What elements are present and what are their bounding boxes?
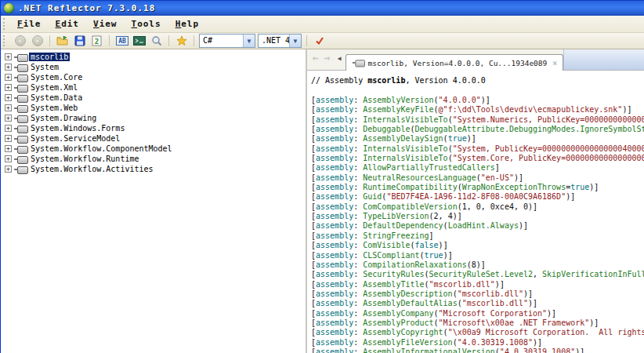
sidebar-item-system-workflow-componentmodel[interactable]: +System.Workflow.ComponentModel (1, 144, 306, 154)
code-identifier-link[interactable]: AssemblyInformationalVersion (363, 348, 495, 353)
framework-select[interactable]: .NET 4.0 ▼ (258, 34, 302, 48)
code-identifier-link[interactable]: Debuggable (363, 125, 410, 133)
analyzer-check-button[interactable] (312, 34, 327, 48)
code-line: [assembly: AssemblyInformationalVersion(… (311, 348, 644, 353)
ab-text-icon: AB (116, 36, 128, 45)
expander-plus-icon[interactable]: + (5, 125, 12, 132)
expander-plus-icon[interactable]: + (5, 64, 12, 71)
menu-item-view[interactable]: View (86, 17, 125, 31)
main-area: +mscorlib+System+System.Core+System.Xml+… (1, 49, 644, 353)
expander-plus-icon[interactable]: + (5, 84, 12, 91)
toolbar-grip-handle[interactable] (3, 35, 7, 46)
expander-plus-icon[interactable]: + (5, 166, 12, 173)
code-token: true (425, 251, 443, 260)
code-identifier-link[interactable]: DefaultDependency (363, 221, 443, 230)
expander-plus-icon[interactable]: + (5, 94, 12, 101)
menu-item-help[interactable]: Help (168, 17, 207, 31)
language-select[interactable]: C# ▼ (199, 34, 255, 48)
code-identifier-link[interactable]: AssemblyDelaySign (363, 134, 443, 143)
toolbar-separator (194, 35, 194, 46)
expander-plus-icon[interactable]: + (5, 135, 12, 142)
expander-plus-icon[interactable]: + (5, 74, 12, 81)
sidebar-item-system-xml[interactable]: +System.Xml (1, 82, 306, 93)
expander-plus-icon[interactable]: + (5, 145, 12, 152)
code-identifier-link[interactable]: RuntimeCompatibility (363, 183, 457, 191)
code-identifier-link[interactable]: InternalsVisibleTo (363, 154, 447, 162)
tab-scroll-left-icon[interactable]: ◀ (338, 55, 342, 62)
sidebar-item-system-windows-forms[interactable]: +System.Windows.Forms (1, 123, 306, 133)
code-identifier-link[interactable]: AssemblyCopyright (363, 328, 443, 337)
open-assembly-button[interactable] (55, 34, 70, 48)
code-identifier-link[interactable]: AssemblyVersion (363, 96, 433, 104)
sidebar-item-system-data[interactable]: +System.Data (1, 93, 306, 103)
sidebar-item-mscorlib[interactable]: +mscorlib (1, 52, 306, 62)
code-token: assembly (316, 192, 353, 201)
code-line: [assembly: SecurityRules(SecurityRuleSet… (311, 270, 644, 279)
code-identifier-link[interactable]: StringFreezing (363, 231, 429, 240)
tab-mscorlib[interactable]: mscorlib, Version=4.0.0.0, Cu...1934e089… (346, 54, 563, 71)
sidebar-item-system-servicemodel[interactable]: +System.ServiceModel (1, 133, 306, 144)
code-identifier-link[interactable]: SecurityRuleSet.Level2 (429, 270, 533, 278)
code-identifier-link[interactable]: AssemblyDescription (363, 289, 452, 298)
menu-item-file[interactable]: File (10, 17, 49, 31)
code-token: assembly (316, 163, 353, 172)
code-identifier-link[interactable]: ComVisible (363, 241, 410, 249)
close-icon[interactable]: × (552, 59, 557, 67)
disassembler-button[interactable]: AB (114, 34, 129, 48)
menu-item-tools[interactable]: Tools (125, 17, 168, 31)
code-token: : (353, 202, 363, 211)
sidebar-item-system-web[interactable]: +System.Web (1, 103, 306, 113)
expander-plus-icon[interactable]: + (5, 53, 12, 60)
code-token: )] (575, 348, 584, 353)
assembly-icon (14, 146, 27, 152)
chevron-down-icon[interactable]: ▼ (243, 35, 255, 47)
sidebar-item-system-core[interactable]: +System.Core (1, 72, 306, 82)
window-title: .NET Reflector 7.3.0.18 (18, 3, 155, 13)
code-identifier-link[interactable]: CLSCompliant (363, 251, 419, 260)
code-line: [assembly: InternalsVisibleTo("System.Nu… (311, 115, 644, 125)
code-identifier-link[interactable]: AssemblyFileVersion (363, 338, 452, 347)
refresh-button[interactable]: 2 (89, 34, 104, 48)
code-identifier-link[interactable]: CompilationRelaxations (363, 260, 466, 269)
code-identifier-link[interactable]: AllowPartiallyTrustedCallers (363, 163, 495, 172)
code-identifier-link[interactable]: WrapNonExceptionThrows (462, 183, 566, 191)
sidebar-item-system-drawing[interactable]: +System.Drawing (1, 113, 306, 123)
code-identifier-link[interactable]: AssemblyProduct (363, 318, 433, 327)
code-identifier-link[interactable]: Guid (363, 192, 382, 201)
sidebar-item-system-workflow-runtime[interactable]: +System.Workflow.Runtime (1, 154, 306, 164)
menu-item-edit[interactable]: Edit (49, 17, 87, 31)
bookmarks-button[interactable] (174, 34, 189, 48)
forward-button[interactable]: › (30, 34, 45, 48)
code-identifier-link[interactable]: DebuggableAttribute.DebuggingModes.Ignor… (415, 125, 644, 133)
sidebar-item-system-workflow-activities[interactable]: +System.Workflow.Activities (1, 164, 306, 174)
expander-plus-icon[interactable]: + (5, 115, 12, 122)
il-view-button[interactable] (132, 34, 147, 48)
sidebar-item-system[interactable]: +System (1, 62, 306, 72)
code-identifier-link[interactable]: InternalsVisibleTo (363, 115, 447, 124)
code-identifier-link[interactable]: ComCompatibleVersion (363, 202, 457, 211)
code-identifier-link[interactable]: LoadHint.Always (448, 221, 519, 230)
code-identifier-link[interactable]: SkipVerificationInFullTrust (542, 270, 644, 278)
chevron-down-icon[interactable]: ▼ (289, 35, 301, 47)
code-token: assembly (316, 318, 353, 327)
code-identifier-link[interactable]: TypeLibVersion (363, 212, 429, 220)
code-token: )] (528, 299, 537, 308)
history-back-icon[interactable]: ← (313, 54, 319, 62)
code-identifier-link[interactable]: AssemblyCompany (363, 309, 433, 318)
history-forward-icon[interactable]: → (324, 54, 331, 62)
search-button[interactable] (149, 34, 164, 48)
expander-plus-icon[interactable]: + (5, 104, 12, 111)
code-identifier-link[interactable]: InternalsVisibleTo (363, 144, 447, 153)
code-identifier-link[interactable]: AssemblyKeyFile (363, 105, 433, 114)
menu-grip-handle[interactable] (3, 18, 7, 30)
sidebar-item-label: System.Workflow.ComponentModel (29, 144, 174, 153)
code-token: (8)] (467, 260, 486, 269)
save-button[interactable] (72, 34, 87, 48)
back-button[interactable]: ‹ (13, 34, 27, 48)
expander-plus-icon[interactable]: + (5, 155, 12, 162)
code-identifier-link[interactable]: AssemblyTitle (363, 280, 424, 289)
code-identifier-link[interactable]: NeutralResourcesLanguage (363, 173, 476, 182)
code-identifier-link[interactable]: SecurityRules (363, 270, 424, 278)
code-identifier-link[interactable]: AssemblyDefaultAlias (363, 299, 457, 308)
code-token: assembly (316, 260, 353, 269)
